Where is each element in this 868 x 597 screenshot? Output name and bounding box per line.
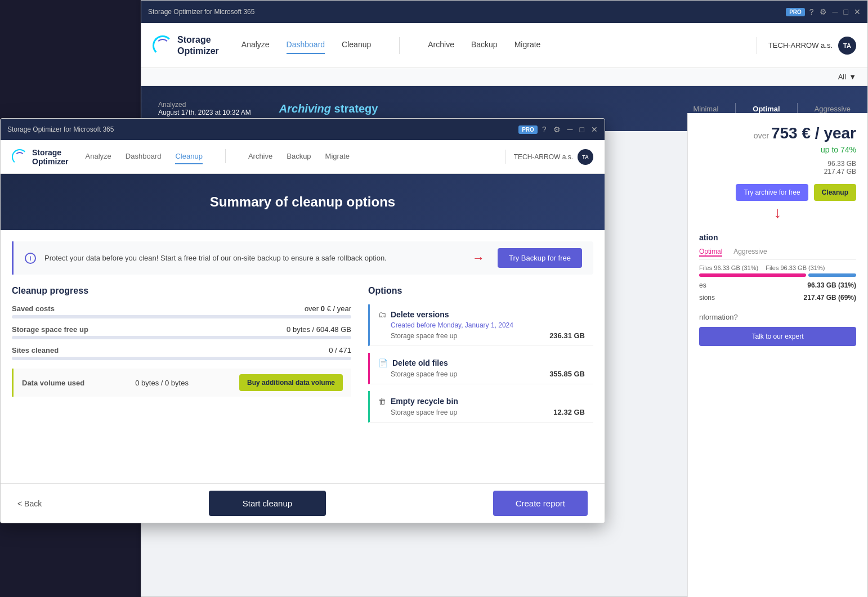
fg-window-title: Storage Optimizer for Microsoft 365	[7, 125, 514, 133]
bg-strategy-minimal[interactable]: Minimal	[693, 105, 718, 113]
bg-files-versions-label: Files 96.33 GB (31%) Files 96.33 GB (31%…	[699, 264, 856, 271]
bg-progress-pink	[699, 273, 806, 277]
fg-nav-dashboard[interactable]: Dashboard	[126, 149, 162, 164]
fg-dv-label: Data volume used	[22, 379, 84, 387]
fg-storage-value: 0 bytes / 604.48 GB	[287, 325, 351, 334]
down-arrow-icon: ↓	[774, 204, 782, 222]
fg-settings-icon[interactable]: ⚙	[553, 125, 561, 134]
notice-icon: i	[25, 253, 36, 264]
bg-nav-dashboard[interactable]: Dashboard	[287, 37, 325, 54]
bg-storage-info: 96.33 GB 217.47 GB	[699, 160, 856, 176]
bg-filter-select[interactable]: All ▼	[838, 73, 856, 81]
fg-close-icon[interactable]: ✕	[591, 125, 598, 134]
close-icon[interactable]: ✕	[854, 7, 861, 16]
fg-start-btn[interactable]: Start cleanup	[209, 491, 326, 516]
chevron-down-icon: ▼	[849, 73, 856, 81]
fg-option-delete-files: 📄 Delete old files Storage space free up…	[368, 353, 593, 384]
fg-nav-migrate[interactable]: Migrate	[325, 149, 350, 164]
fg-titlebar: Storage Optimizer for Microsoft 365 PRO …	[1, 119, 605, 140]
bg-logo-icon	[153, 35, 173, 56]
bg-cleanup-btn[interactable]: Cleanup	[814, 184, 856, 201]
fg-nav-archive[interactable]: Archive	[248, 149, 272, 164]
fg-nav-user-sep	[505, 150, 505, 164]
bg-nav-user-sep	[757, 37, 757, 54]
minimize-icon[interactable]: ─	[833, 7, 838, 16]
bg-nav-migrate[interactable]: Migrate	[514, 37, 541, 54]
fg-saved-costs-label: Saved costs	[12, 304, 55, 313]
fg-option-size-recycle: 12.32 GB	[553, 408, 585, 416]
fg-stat-saved-costs: Saved costs over 0 € / year	[12, 304, 351, 318]
bg-savings-label: up to 74%	[821, 145, 856, 154]
fg-report-btn[interactable]: Create report	[493, 491, 588, 516]
fg-header: Summary of cleanup options	[1, 174, 605, 230]
bg-divider2	[797, 103, 798, 114]
fg-sites-bar	[12, 357, 351, 360]
bg-divider1	[735, 103, 736, 114]
bg-rec-tab-aggressive[interactable]: Aggressive	[733, 248, 767, 257]
fg-option-sub-versions: Created before Monday, January 1, 2024	[391, 321, 585, 329]
bg-nav-backup[interactable]: Backup	[471, 37, 498, 54]
help-icon[interactable]: ?	[809, 7, 814, 16]
fg-storage-label: Storage space free up	[12, 325, 88, 334]
bg-strategy-aggressive[interactable]: Aggressive	[815, 105, 851, 113]
bg-nav-cleanup[interactable]: Cleanup	[342, 37, 371, 54]
fg-nav-backup[interactable]: Backup	[287, 149, 311, 164]
fg-sites-value: 0 / 471	[329, 346, 351, 354]
bg-nav-archive[interactable]: Archive	[428, 37, 454, 54]
bg-filter-label: All	[838, 73, 846, 81]
bg-recommendation-label: ation	[699, 233, 718, 242]
fg-help-icon[interactable]: ?	[542, 125, 547, 134]
fg-option-recycle: 🗑 Empty recycle bin Storage space free u…	[368, 391, 593, 423]
fg-header-title: Summary of cleanup options	[210, 194, 395, 210]
bg-archive-btn[interactable]: Try archive for free	[736, 184, 808, 201]
fg-pro-badge: PRO	[518, 125, 538, 134]
fg-titlebar-icons: ? ⚙ ─ □ ✕	[542, 125, 598, 134]
fg-dv-btn[interactable]: Buy additional data volume	[239, 374, 343, 391]
fg-user-name: TECH-ARROW a.s.	[514, 153, 573, 161]
fg-minimize-icon[interactable]: ─	[567, 125, 573, 134]
bg-analyzed-section: Analyzed August 17th, 2023 at 10:32 AM	[158, 101, 251, 116]
bg-avatar[interactable]: TA	[838, 37, 856, 55]
fg-option-name-files: Delete old files	[392, 358, 448, 367]
fg-maximize-icon[interactable]: □	[580, 125, 584, 134]
fg-option-name-recycle: Empty recycle bin	[391, 397, 458, 406]
fg-saved-costs-value: over 0 € / year	[305, 304, 351, 313]
right-arrow-icon: →	[472, 251, 485, 266]
bg-talk-expert-btn[interactable]: Talk to our expert	[699, 327, 856, 346]
bg-dual-progress	[699, 273, 856, 277]
bg-stat-row-files: es 96.33 GB (31%)	[699, 281, 856, 289]
bg-recommendation-section: ation	[699, 233, 856, 242]
fg-right-panel: Options 🗂 Delete versions Created before…	[368, 286, 593, 429]
fg-nav-analyze[interactable]: Analyze	[86, 149, 111, 164]
bg-nav-analyze[interactable]: Analyze	[241, 37, 270, 54]
fg-nav-cleanup[interactable]: Cleanup	[175, 149, 202, 164]
bg-strategy-optimal[interactable]: Optimal	[753, 105, 780, 113]
settings-icon[interactable]: ⚙	[820, 7, 827, 16]
bg-versions-stat-value: 217.47 GB (69%)	[804, 294, 856, 302]
bg-need-info-section: nformation? Talk to our expert	[699, 313, 856, 346]
bg-action-buttons: Try archive for free Cleanup	[699, 184, 856, 201]
fg-backup-notice: i Protect your data before you clean! St…	[12, 241, 593, 275]
fg-sites-label: Sites cleaned	[12, 346, 59, 354]
fg-backup-btn[interactable]: Try Backup for free	[498, 248, 582, 268]
bg-strategy-title: Archiving strategy	[279, 102, 682, 115]
bg-navbar: StorageOptimizer Analyze Dashboard Clean…	[141, 23, 867, 68]
fg-option-name-versions: Delete versions	[391, 310, 449, 319]
fg-user-section: TECH-ARROW a.s. TA	[514, 149, 593, 165]
bg-files-stat-value: 96.33 GB (31%)	[807, 281, 856, 289]
bg-filter-bar: All ▼	[141, 68, 867, 86]
fg-stat-storage: Storage space free up 0 bytes / 604.48 G…	[12, 325, 351, 339]
fg-option-size-versions: 236.31 GB	[549, 331, 585, 340]
fg-logo-text: StorageOptimizer	[32, 148, 69, 166]
fg-back-btn[interactable]: < Back	[17, 499, 42, 508]
fg-main-content: Cleanup progress Saved costs over 0 € / …	[1, 286, 605, 429]
fg-logo: StorageOptimizer	[12, 148, 69, 166]
fg-stat-sites: Sites cleaned 0 / 471	[12, 346, 351, 360]
fg-option-size-files: 355.85 GB	[549, 370, 585, 378]
bg-rec-tab-optimal[interactable]: Optimal	[699, 248, 722, 257]
fg-left-panel: Cleanup progress Saved costs over 0 € / …	[12, 286, 351, 429]
bg-strategy-keyword: Archiving	[279, 102, 331, 115]
bg-rec-tabs: Optimal Aggressive	[699, 248, 856, 260]
maximize-icon[interactable]: □	[844, 7, 848, 16]
fg-avatar[interactable]: TA	[578, 149, 593, 165]
